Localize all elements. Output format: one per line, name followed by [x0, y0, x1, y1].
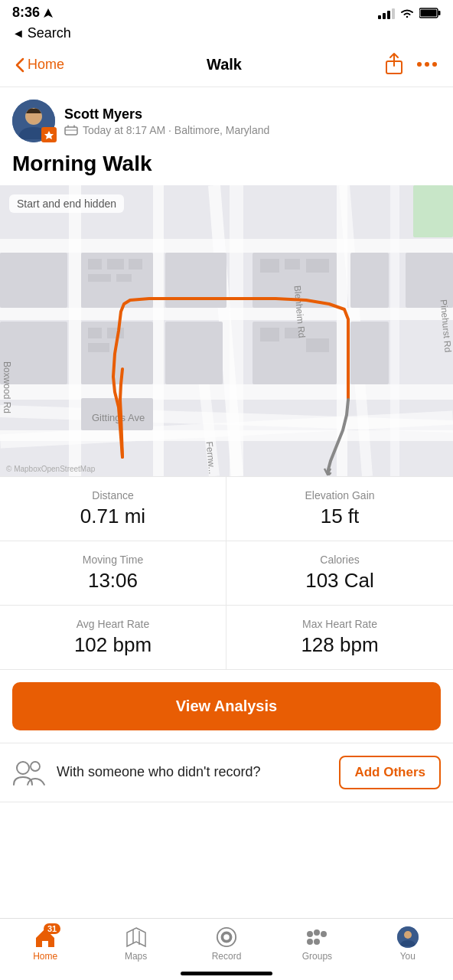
svg-point-59 — [17, 762, 29, 774]
tab-home-label: Home — [33, 951, 57, 962]
svg-rect-47 — [88, 343, 109, 352]
svg-rect-18 — [69, 185, 81, 476]
more-button[interactable] — [416, 59, 438, 70]
tab-maps-label: Maps — [125, 951, 147, 962]
svg-rect-3 — [421, 9, 437, 16]
add-others-prompt: With someone who didn't record? — [57, 763, 261, 781]
svg-rect-31 — [165, 322, 223, 384]
wifi-icon — [399, 8, 415, 18]
stat-time: Moving Time 13:06 — [0, 541, 226, 606]
svg-point-6 — [425, 62, 429, 67]
tab-you[interactable]: You — [363, 926, 453, 962]
group-icon — [12, 759, 46, 786]
svg-rect-36 — [350, 322, 389, 384]
groups-icon — [306, 929, 328, 946]
stat-avg-hr-label: Avg Heart Rate — [18, 618, 207, 630]
maps-tab-icon — [125, 926, 147, 948]
location-icon — [43, 8, 54, 18]
stat-avg-hr-value: 102 bpm — [18, 633, 207, 657]
home-tab-icon: 31 — [34, 926, 56, 948]
svg-rect-50 — [306, 259, 329, 273]
stat-distance-value: 0.71 mi — [18, 505, 207, 528]
svg-point-5 — [417, 62, 422, 67]
home-back-button[interactable]: Home — [15, 57, 64, 73]
home-indicator — [181, 972, 272, 975]
stat-distance: Distance 0.71 mi — [0, 477, 226, 541]
search-back-label: Search — [28, 25, 71, 41]
svg-rect-41 — [107, 259, 124, 270]
tab-groups[interactable]: Groups — [272, 926, 362, 962]
groups-tab-icon — [306, 926, 328, 948]
svg-rect-46 — [107, 328, 124, 338]
svg-rect-37 — [0, 253, 67, 308]
status-icons — [378, 7, 441, 19]
view-analysis-button[interactable]: View Analysis — [12, 682, 441, 730]
svg-rect-11 — [65, 127, 77, 135]
stat-elevation-value: 15 ft — [245, 505, 435, 528]
stat-calories-value: 103 Cal — [245, 569, 435, 593]
time-display: 8:36 — [12, 5, 40, 21]
svg-marker-61 — [127, 928, 145, 946]
svg-point-69 — [321, 931, 327, 937]
svg-point-68 — [314, 929, 320, 936]
svg-rect-48 — [260, 259, 279, 273]
stat-elevation: Elevation Gain 15 ft — [226, 477, 453, 541]
home-back-label: Home — [28, 57, 64, 73]
svg-rect-43 — [88, 274, 111, 282]
stats-grid: Distance 0.71 mi Elevation Gain 15 ft Mo… — [0, 476, 453, 670]
svg-rect-45 — [88, 328, 102, 338]
signal-bars — [378, 7, 395, 19]
tab-home[interactable]: 31 Home — [0, 926, 90, 962]
activity-title: Morning Walk — [0, 149, 453, 185]
add-others-section: With someone who didn't record? Add Othe… — [0, 743, 453, 802]
user-info: Scott Myers Today at 8:17 AM · Baltimore… — [0, 87, 453, 149]
tab-you-label: You — [400, 951, 416, 962]
user-name: Scott Myers — [64, 106, 269, 122]
map-svg: Blenheim Rd Pinehurst Rd Boxwood Rd Gitt… — [0, 185, 453, 476]
page-title: Walk — [207, 56, 242, 74]
svg-point-67 — [307, 931, 313, 937]
svg-rect-19 — [153, 185, 164, 476]
user-meta: Today at 8:17 AM · Baltimore, Maryland — [64, 124, 269, 136]
you-tab-icon — [397, 926, 419, 948]
svg-point-7 — [432, 62, 437, 67]
svg-rect-44 — [116, 274, 132, 282]
add-others-button[interactable]: Add Others — [339, 756, 441, 789]
share-button[interactable] — [384, 52, 404, 77]
stat-calories: Calories 103 Cal — [226, 541, 453, 606]
svg-point-60 — [31, 762, 40, 771]
more-icon — [416, 60, 438, 68]
stat-calories-label: Calories — [245, 554, 435, 566]
tab-maps[interactable]: Maps — [90, 926, 181, 962]
map-copyright: © MapboxOpenStreetMap — [6, 465, 95, 473]
status-bar: 8:36 — [0, 0, 453, 24]
map-container: Blenheim Rd Pinehurst Rd Boxwood Rd Gitt… — [0, 185, 453, 476]
svg-rect-34 — [350, 253, 389, 308]
back-arrow-icon: ◄ — [12, 27, 24, 41]
svg-point-70 — [307, 939, 313, 945]
user-avatar-tab — [397, 926, 419, 948]
back-search-row[interactable]: ◄ Search — [0, 24, 453, 46]
record-tab-icon — [216, 926, 237, 948]
svg-point-73 — [404, 931, 412, 939]
svg-marker-0 — [44, 8, 53, 18]
svg-point-71 — [314, 939, 320, 945]
svg-rect-2 — [438, 11, 441, 15]
svg-rect-42 — [129, 259, 142, 270]
strava-badge — [41, 127, 57, 142]
tab-bar: 31 Home Maps Record — [0, 918, 453, 980]
nav-actions — [384, 52, 438, 77]
battery-icon — [419, 8, 441, 18]
stat-elevation-label: Elevation Gain — [245, 489, 435, 501]
add-others-left: With someone who didn't record? — [12, 759, 261, 786]
nav-bar: Home Walk — [0, 46, 453, 87]
share-icon — [384, 52, 404, 75]
stat-max-hr-label: Max Heart Rate — [245, 618, 435, 630]
stat-max-hr-value: 128 bpm — [245, 633, 435, 657]
stat-avg-hr: Avg Heart Rate 102 bpm — [0, 606, 226, 670]
svg-point-66 — [223, 934, 229, 939]
maps-icon — [126, 926, 146, 948]
status-time: 8:36 — [12, 5, 54, 21]
tab-record[interactable]: Record — [181, 926, 272, 962]
svg-rect-53 — [306, 338, 329, 352]
